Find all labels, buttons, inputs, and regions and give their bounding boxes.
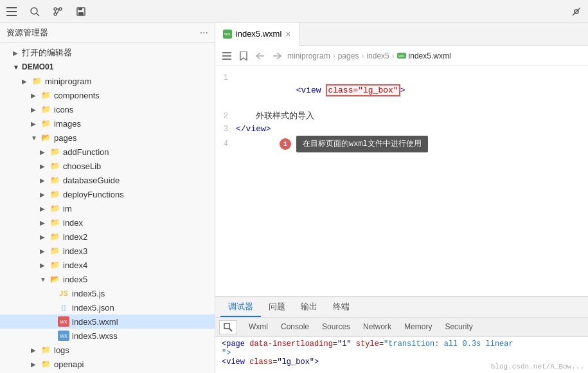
devtools-tab-network[interactable]: Network <box>357 318 398 337</box>
bottom-tab-terminal[interactable]: 终端 <box>325 297 357 317</box>
editor-toolbar: miniprogram › pages › index5 › wx index5… <box>215 46 588 66</box>
line-number-4: 4 <box>215 138 236 150</box>
bookmark-icon[interactable] <box>237 50 250 62</box>
sidebar-item-index3[interactable]: ▶ 📁 index3 <box>0 244 215 258</box>
svg-line-24 <box>229 329 232 331</box>
folder-icon: 📁 <box>49 203 60 214</box>
folder-open-icon: 📂 <box>40 132 51 143</box>
editor-tab-index5-wxml[interactable]: wx index5.wxml × <box>215 23 299 46</box>
inspect-icon-button[interactable] <box>219 320 237 334</box>
sidebar-item-addfunction[interactable]: ▶ 📁 addFunction <box>0 145 215 159</box>
breadcrumb-wxml-icon: wx <box>397 53 406 59</box>
hamburger-icon[interactable] <box>5 5 18 18</box>
sidebar-title: 资源管理器 <box>6 27 48 39</box>
pin-icon[interactable] <box>570 5 583 18</box>
code-text-line2: 外联样式的导入 <box>256 111 314 121</box>
breadcrumb-sep2: › <box>361 51 364 60</box>
sidebar-item-demo01[interactable]: ▼ DEMO01 <box>0 60 215 74</box>
code-view-tag2-close: > <box>314 358 319 367</box>
arrow-icon: ▶ <box>40 205 49 212</box>
svg-rect-1 <box>6 11 17 12</box>
tab-filename: index5.wxml <box>236 29 282 39</box>
arrow-icon: ▶ <box>31 347 40 354</box>
sidebar-item-index5-wxml[interactable]: wx index5.wxml <box>0 314 215 329</box>
components-label: components <box>54 91 209 100</box>
devtools-tab-wxml[interactable]: Wxml <box>242 318 274 337</box>
sidebar-item-index5-wxss[interactable]: wx index5.wxss <box>0 329 215 343</box>
folder-open-icon: 📂 <box>49 274 60 284</box>
index3-label: index3 <box>63 246 209 256</box>
devtools-tab-wxml-label: Wxml <box>249 322 268 331</box>
index4-label: index4 <box>63 260 209 270</box>
code-editor[interactable]: 1 <view class="lg_box"> 2 外联样式的导入 3 </vi… <box>215 66 588 296</box>
sidebar-item-miniprogram[interactable]: ▶ 📁 miniprogram <box>0 74 215 88</box>
sidebar-item-pages[interactable]: ▼ 📂 pages <box>0 131 215 145</box>
sidebar-item-openapi[interactable]: ▶ 📁 openapi <box>0 357 215 371</box>
sidebar-item-components[interactable]: ▶ 📁 components <box>0 88 215 102</box>
bottom-tab-issues[interactable]: 问题 <box>261 297 293 317</box>
arrow-icon: ▼ <box>40 276 49 283</box>
arrow-icon: ▶ <box>40 248 49 255</box>
code-eq2: = <box>379 340 384 349</box>
devtools-tab-sources[interactable]: Sources <box>316 318 357 337</box>
bottom-panel: 调试器 问题 输出 终端 Wxml <box>215 296 588 373</box>
devtools-tabs: Wxml Console Sources Network Memory Secu… <box>215 318 588 337</box>
save-icon[interactable] <box>75 5 87 18</box>
breadcrumb-sep3: › <box>392 51 395 60</box>
search-icon[interactable] <box>28 5 41 18</box>
index2-label: index2 <box>63 232 209 242</box>
bottom-tab-debugger-label: 调试器 <box>228 301 253 313</box>
lines-icon[interactable] <box>220 50 233 62</box>
sidebar-item-chooselib[interactable]: ▶ 📁 chooseLib <box>0 159 215 173</box>
svg-point-3 <box>31 8 37 14</box>
branch-icon[interactable] <box>51 5 64 18</box>
sidebar-item-index4[interactable]: ▶ 📁 index4 <box>0 258 215 272</box>
sidebar-item-deployfunctions[interactable]: ▶ 📁 deployFunctions <box>0 187 215 201</box>
devtools-tab-security[interactable]: Security <box>438 318 479 337</box>
sidebar-item-images[interactable]: ▶ 📁 images <box>0 116 215 131</box>
bottom-tab-debugger[interactable]: 调试器 <box>220 297 261 317</box>
sidebar-item-index[interactable]: ▶ 📁 index <box>0 215 215 230</box>
sidebar-item-logs[interactable]: ▶ 📁 logs <box>0 343 215 357</box>
sidebar-item-icons[interactable]: ▶ 📁 icons <box>0 102 215 116</box>
miniprogram-label: miniprogram <box>45 77 209 86</box>
bottom-tab-terminal-label: 终端 <box>333 301 350 313</box>
tab-close-button[interactable]: × <box>285 29 290 39</box>
sidebar-item-index5-js[interactable]: JS index5.js <box>0 286 215 300</box>
open-editors-label: 打开的编辑器 <box>22 47 209 59</box>
bottom-code-line-1: <page data-insertloading="1" style="tran… <box>222 340 582 349</box>
folder-icon: 📁 <box>40 90 51 100</box>
arrow-icon: ▶ <box>13 50 22 57</box>
bottom-tab-output[interactable]: 输出 <box>293 297 325 317</box>
sidebar-menu-button[interactable]: ··· <box>200 27 208 39</box>
index5-folder-label: index5 <box>63 275 209 284</box>
forward-icon[interactable] <box>271 50 283 62</box>
svg-point-5 <box>54 8 57 10</box>
sidebar-item-databaseguide[interactable]: ▶ 📁 databaseGuide <box>0 173 215 187</box>
bottom-code-content: <page data-insertloading="1" style="tran… <box>215 337 588 373</box>
arrow-icon: ▶ <box>31 120 40 127</box>
arrow-icon: ▶ <box>31 361 40 368</box>
sidebar-item-open-editors[interactable]: ▶ 打开的编辑器 <box>0 46 215 60</box>
bottom-tab-issues-label: 问题 <box>269 301 285 313</box>
svg-line-10 <box>57 10 59 14</box>
arrow-icon: ▶ <box>31 92 40 99</box>
line-number-2: 2 <box>215 110 236 123</box>
sidebar-item-index5[interactable]: ▼ 📂 index5 <box>0 272 215 286</box>
line-number-1: 1 <box>215 71 236 84</box>
code-attr-class: class= <box>328 86 358 95</box>
code-line-3: 3 </view> <box>215 123 588 136</box>
wxml-file-icon: wx <box>58 316 69 327</box>
devtools-tab-memory[interactable]: Memory <box>398 318 438 337</box>
sidebar-item-index5-json[interactable]: {} index5.json <box>0 300 215 314</box>
back-icon[interactable] <box>254 50 267 62</box>
folder-icon: 📁 <box>49 232 60 242</box>
devtools-tab-console[interactable]: Console <box>274 318 316 337</box>
folder-icon: 📁 <box>49 161 60 171</box>
breadcrumb-miniprogram: miniprogram <box>287 51 330 60</box>
svg-rect-19 <box>222 59 231 60</box>
sidebar-item-im[interactable]: ▶ 📁 im <box>0 201 215 215</box>
sidebar-item-index2[interactable]: ▶ 📁 index2 <box>0 230 215 244</box>
openapi-label: openapi <box>54 359 209 369</box>
code-tag: <view <box>296 86 326 95</box>
